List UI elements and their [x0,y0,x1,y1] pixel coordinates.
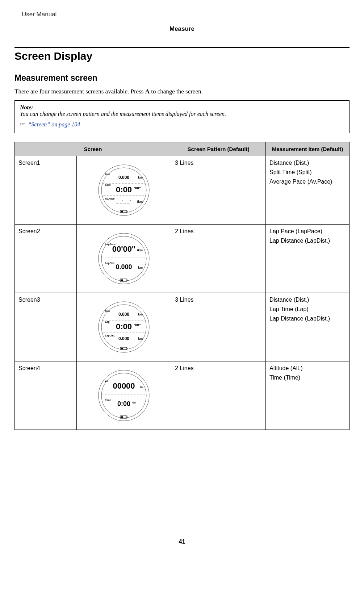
measurement-item: Distance (Dist.) [269,297,346,303]
svg-text:0.000: 0.000 [116,263,132,271]
svg-text:km: km [138,337,143,340]
screen-name-cell: Screen3 [15,293,77,361]
svg-rect-26 [127,280,127,281]
measurement-item: Lap Pace (LapPace) [269,228,346,235]
measurement-item: Split Time (Split) [269,169,346,176]
svg-text:m: m [140,385,143,389]
svg-text:Time: Time [105,399,111,401]
th-screen: Screen [15,142,171,156]
svg-text:Dist.: Dist. [105,173,110,176]
th-item: Measurement Item (Default) [266,142,350,156]
screen-name-cell: Screen4 [15,361,77,430]
table-row: Screen3Dist.0.000kmLap0:00'00"LapDist.0.… [15,293,350,361]
screen-items-cell: Distance (Dist.)Split Time (Split)Averag… [266,156,350,225]
screen-table: Screen Screen Pattern (Default) Measurem… [14,142,350,430]
screen-items-cell: Altitude (Alt.)Time (Time) [266,361,350,430]
intro-suffix: to change the screen. [150,88,203,95]
svg-text:00000: 00000 [113,381,135,390]
table-row: Screen4Alt.00000mTime0:00002 LinesAltitu… [15,361,350,430]
measurement-item: Lap Distance (LapDist.) [269,315,346,322]
svg-text:00'00": 00'00" [112,244,136,254]
svg-rect-14 [127,211,127,212]
doc-title: User Manual [14,11,350,18]
table-row: Screen1Dist.0.000kmSplit0:00'00"Av.Pace_… [15,156,350,225]
subsection-title: Measurement screen [14,73,350,83]
svg-text:0:00: 0:00 [117,400,130,407]
svg-text:/km: /km [137,200,143,204]
svg-text:0.000: 0.000 [118,336,129,341]
svg-rect-55 [121,416,123,418]
screen-pattern-cell: 3 Lines [171,156,266,225]
svg-text:km: km [138,176,143,179]
measurement-item: Altitude (Alt.) [269,365,346,372]
note-body: You can change the screen pattern and th… [20,111,344,117]
measurement-item: Time (Time) [269,374,346,381]
pointer-icon: ☞ [20,121,25,128]
intro-prefix: There are four measurement screens avail… [14,88,145,95]
svg-rect-42 [127,348,127,349]
th-pattern: Screen Pattern (Default) [171,142,266,156]
measurement-item: Distance (Dist.) [269,160,346,166]
page-title: Screen Display [14,50,350,62]
section-label: Measure [14,25,350,33]
svg-text:/km: /km [137,248,143,252]
svg-text:Split: Split [105,184,111,187]
intro-button-ref: A [145,88,150,95]
svg-text:LapDist.: LapDist. [105,262,115,265]
screen-image-cell: LapPace00'00"/kmLapDist.0.000km [77,225,171,293]
screen-image-cell: Dist.0.000kmLap0:00'00"LapDist.0.000km [77,293,171,361]
divider [14,47,350,48]
table-row: Screen2LapPace00'00"/kmLapDist.0.000km2 … [15,225,350,293]
note-box: Note: You can change the screen pattern … [14,100,350,133]
screen-items-cell: Distance (Dist.)Lap Time (Lap)Lap Distan… [266,293,350,361]
svg-text:0:00: 0:00 [116,185,132,194]
measurement-item: Average Pace (Av.Pace) [269,179,346,185]
screen-image-cell: Dist.0.000kmSplit0:00'00"Av.Pace_ _'_ _"… [77,156,171,225]
svg-text:0:00: 0:00 [116,322,132,331]
svg-text:km: km [138,266,143,269]
svg-text:Lap: Lap [105,321,109,323]
note-link[interactable]: “Screen” on page 104 [28,121,80,127]
svg-rect-43 [121,348,123,349]
svg-text:'00": '00" [134,323,141,327]
svg-rect-54 [127,416,127,418]
screen-pattern-cell: 2 Lines [171,361,266,430]
page-number: 41 [14,539,350,545]
svg-text:_ _'_ _": _ _'_ _" [116,199,131,204]
intro-text: There are four measurement screens avail… [14,88,350,95]
svg-text:Dist.: Dist. [105,310,110,313]
svg-text:0.000: 0.000 [118,312,129,317]
screen-name-cell: Screen2 [15,225,77,293]
screen-image-cell: Alt.00000mTime0:0000 [77,361,171,430]
svg-text:00: 00 [132,401,136,404]
measurement-item: Lap Distance (LapDist.) [269,238,346,244]
svg-text:Av.Pace: Av.Pace [105,197,115,200]
screen-pattern-cell: 3 Lines [171,293,266,361]
screen-pattern-cell: 2 Lines [171,225,266,293]
measurement-item: Lap Time (Lap) [269,306,346,313]
svg-text:Alt.: Alt. [105,380,109,382]
screen-items-cell: Lap Pace (LapPace)Lap Distance (LapDist.… [266,225,350,293]
svg-text:km: km [138,313,143,316]
svg-text:0.000: 0.000 [118,175,129,180]
svg-text:'00": '00" [134,186,141,190]
svg-rect-15 [121,211,123,213]
svg-rect-27 [121,280,123,281]
svg-text:LapDist.: LapDist. [105,334,115,337]
screen-name-cell: Screen1 [15,156,77,225]
note-title: Note: [20,104,344,111]
